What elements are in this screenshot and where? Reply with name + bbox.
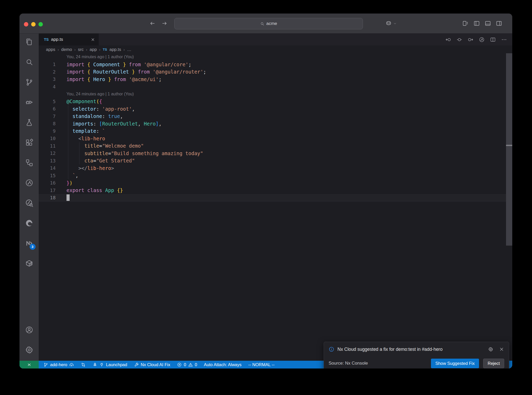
activity-source-control[interactable] [19,75,39,89]
breadcrumb-more[interactable]: … [127,47,131,52]
copilot-menu[interactable] [385,14,397,33]
code-text: import { RouterOutlet } from '@angular/r… [56,69,206,75]
search-icon [25,58,34,66]
activity-nx-graph-search[interactable] [19,196,39,210]
plug-icon [99,362,104,367]
code-line-5[interactable]: 5@Component({ [39,98,512,105]
nx-graph-search-icon [25,199,34,207]
vscode-window: acme 3 TS app.ts apps›demo› [19,14,512,368]
remote-icon [26,362,32,367]
breadcrumb-item-app[interactable]: app [90,47,97,52]
breadcrumb-file[interactable]: app.ts [109,47,121,52]
maximize-window-button[interactable] [38,22,43,27]
git-blame-annotation: You, 24 minutes ago | 1 author (You) [39,90,512,98]
notification-close-icon[interactable] [499,347,504,352]
code-line-7[interactable]: 7 standalone: true, [39,113,512,120]
code-line-18[interactable]: 18 [39,194,512,202]
code-line-10[interactable]: 10 <lib-hero [39,135,512,142]
beaker-icon [25,118,34,127]
reject-button[interactable]: Reject [483,359,504,368]
code-line-14[interactable]: 14 ></lib-hero> [39,164,512,172]
code-text: title="Welcmoe demo" [56,143,144,149]
code-text: <lib-hero [56,136,105,141]
status-problems[interactable]: 00 [177,362,197,367]
code-line-15[interactable]: 15 `, [39,172,512,179]
editor-scrollbar[interactable] [506,53,512,246]
layout-sidebar-right-icon[interactable] [496,20,502,27]
status-nx-cloud-ai-fix[interactable]: Nx Cloud AI Fix [134,362,170,367]
nav-circle-icon[interactable] [456,37,462,43]
nx-graph-icon[interactable] [479,37,485,43]
code-line-1[interactable]: 1import { Component } from '@angular/cor… [39,61,512,68]
breadcrumb-item-src[interactable]: src [78,47,84,52]
back-arrow-icon[interactable] [149,20,156,27]
status-branch[interactable]: add-hero [43,362,74,367]
line-number: 11 [39,143,56,149]
code-line-8[interactable]: 8 imports: [RouterOutlet, Hero], [39,120,512,128]
tab-app-ts[interactable]: TS app.ts [39,34,99,45]
code-line-12[interactable]: 12 subtitle="Build something amazing tod… [39,150,512,157]
more-icon[interactable] [501,37,507,43]
wrench-icon [134,362,139,367]
command-center-search[interactable]: acme [174,18,363,29]
activity-run-and-debug[interactable] [19,95,39,110]
breadcrumb-item-apps[interactable]: apps [46,47,55,52]
activity-nx-console[interactable]: 3 [19,236,39,251]
close-tab-icon[interactable] [91,37,95,42]
code-line-6[interactable]: 6 selector: 'app-root', [39,105,512,113]
activity-nx-graph[interactable] [19,176,39,190]
status-auto-attach[interactable]: Auto Attach: Always [204,362,242,367]
code-line-17[interactable]: 17export class App {} [39,187,512,194]
status-label: add-hero [50,362,67,367]
line-number: 5 [39,99,56,104]
activity-accounts[interactable] [19,322,39,337]
code-line-9[interactable]: 9 template: ` [39,127,512,135]
blame-text: You, 24 minutes ago | 1 author (You) [56,55,134,59]
minimize-window-button[interactable] [31,22,36,27]
activity-containers[interactable] [19,256,39,271]
line-number: 16 [39,180,56,186]
layout-sidebar-left-icon[interactable] [473,20,480,27]
typescript-file-icon: TS [103,48,107,51]
breadcrumb-separator: › [123,47,125,52]
show-suggested-fix-button[interactable]: Show Suggested Fix [431,359,479,368]
layout-panel-icon[interactable] [484,20,491,27]
code-text: @Component({ [56,98,102,104]
close-window-button[interactable] [24,22,28,27]
code-line-11[interactable]: 11 title="Welcmoe demo" [39,142,512,150]
remote-indicator[interactable] [19,361,39,368]
forward-arrow-icon[interactable] [161,20,168,27]
activity-bar: 3 [19,34,39,361]
history-navigation [149,14,168,33]
activity-settings[interactable] [19,343,39,357]
notification-settings-icon[interactable] [488,347,493,352]
line-number: 13 [39,158,56,163]
code-line-13[interactable]: 13 cta="Get Started" [39,157,512,164]
split-editor-icon[interactable] [490,37,496,43]
activity-explorer[interactable] [19,35,39,49]
nav-forward-icon[interactable] [468,37,474,43]
activity-search[interactable] [19,55,39,69]
code-line-16[interactable]: 16}) [39,179,512,187]
notification-toast: Nx Cloud suggested a fix for demo:test i… [324,342,509,368]
activity-hierarchy[interactable] [19,155,39,170]
chevron-down-icon [393,22,397,25]
breadcrumb-item-demo[interactable]: demo [61,47,72,52]
activity-edge-browser[interactable] [19,216,39,231]
code-line-2[interactable]: 2import { RouterOutlet } from '@angular/… [39,68,512,76]
breadcrumb-separator: › [99,47,101,52]
git-branch-icon [43,362,48,367]
notification-source: Source: Nx Console [329,361,368,366]
code-editor[interactable]: You, 24 minutes ago | 1 author (You)1imp… [39,53,512,361]
layout-customize-icon[interactable] [462,20,469,27]
activity-testing[interactable] [19,115,39,130]
nav-back-icon[interactable] [445,37,451,43]
status-vim-mode[interactable]: -- NORMAL -- [248,362,275,367]
code-line-4[interactable]: 4 [39,83,512,90]
code-line-3[interactable]: 3import { Hero } from '@acme/ui'; [39,76,512,83]
code-text: import { Hero } from '@acme/ui'; [56,76,162,82]
status-git-compare[interactable] [81,362,86,367]
status-launchpad[interactable]: Launchpad [92,362,127,367]
activity-extensions[interactable] [19,135,39,150]
code-text [56,194,70,201]
